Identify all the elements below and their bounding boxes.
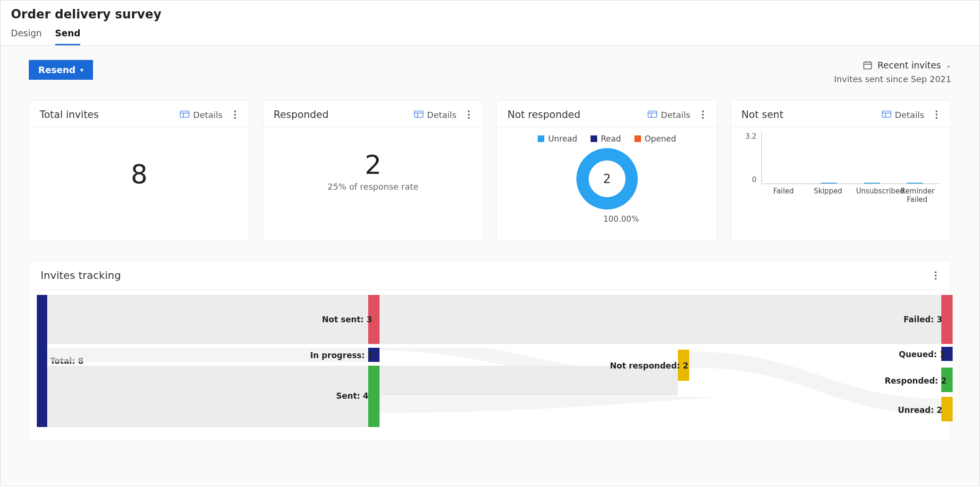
details-button[interactable]: Details bbox=[414, 110, 456, 120]
node-label-in-progress: In progress: 1 bbox=[310, 351, 364, 360]
x-label: Unsubscribed bbox=[856, 187, 889, 204]
card-header: Not responded Details bbox=[497, 101, 717, 127]
details-label: Details bbox=[895, 110, 924, 120]
bar-skipped bbox=[815, 183, 843, 184]
node-label-not-sent: Not sent: 3 bbox=[322, 315, 364, 324]
legend-label: Read bbox=[601, 134, 621, 143]
swatch-icon bbox=[591, 135, 597, 142]
card-actions: Details bbox=[180, 110, 238, 120]
card-title: Not sent bbox=[742, 109, 784, 120]
recent-invites-label: Recent invites bbox=[878, 60, 941, 70]
flow bbox=[47, 295, 368, 344]
details-button[interactable]: Details bbox=[180, 110, 222, 120]
swatch-icon bbox=[538, 135, 544, 142]
svg-rect-7 bbox=[414, 111, 422, 117]
svg-rect-4 bbox=[180, 111, 189, 117]
card-header: Invites tracking bbox=[29, 261, 951, 290]
details-icon bbox=[648, 110, 657, 120]
tab-design[interactable]: Design bbox=[11, 24, 42, 45]
card-header: Not sent Details bbox=[731, 101, 951, 127]
card-invites-tracking: Invites tracking Total: 8 Not sent: 3 bbox=[29, 260, 951, 442]
more-icon[interactable] bbox=[231, 110, 239, 119]
calendar-icon bbox=[862, 60, 873, 70]
node-bar bbox=[368, 366, 380, 427]
card-body: 8 bbox=[29, 127, 249, 241]
flow bbox=[380, 295, 941, 344]
node-label-unread: Unread: 2 bbox=[898, 405, 938, 415]
sankey-chart: Total: 8 Not sent: 3 In progress: 1 Sent bbox=[29, 290, 951, 441]
y-tick: 0 bbox=[752, 176, 757, 184]
node-bar bbox=[37, 295, 47, 427]
card-body: 2 25% of response rate bbox=[263, 127, 483, 241]
legend-item-unread[interactable]: Unread bbox=[538, 134, 577, 143]
header: Order delivery survey Design Send bbox=[0, 0, 980, 46]
chevron-down-icon: ▾ bbox=[80, 66, 84, 74]
details-button[interactable]: Details bbox=[648, 110, 690, 120]
cards-row: Total invites Details 8 Responde bbox=[29, 100, 951, 242]
node-label-sent: Sent: 4 bbox=[336, 391, 364, 401]
tabs: Design Send bbox=[11, 24, 969, 45]
donut-ring: 2 bbox=[576, 148, 638, 209]
svg-rect-13 bbox=[882, 111, 890, 117]
card-actions: Details bbox=[414, 110, 473, 120]
donut-center-value: 2 bbox=[576, 148, 638, 209]
tab-send[interactable]: Send bbox=[55, 24, 81, 45]
recent-invites-dropdown[interactable]: Recent invites ⌄ bbox=[834, 60, 951, 70]
details-button[interactable]: Details bbox=[882, 110, 924, 120]
card-actions: Details bbox=[882, 110, 940, 120]
bar-chart-plot: 3.2 0 bbox=[743, 132, 940, 184]
responded-value: 2 bbox=[263, 149, 483, 180]
node-label-not-responded: Not responded: 2 bbox=[610, 361, 676, 370]
details-icon bbox=[882, 110, 891, 120]
responded-subtext: 25% of response rate bbox=[263, 182, 483, 192]
flow bbox=[47, 366, 368, 427]
bars bbox=[761, 132, 940, 184]
x-label: Skipped bbox=[811, 187, 845, 204]
node-label-responded: Responded: 2 bbox=[885, 376, 938, 385]
card-header: Responded Details bbox=[263, 101, 483, 127]
card-not-responded: Not responded Details Unread Read Opened bbox=[497, 100, 718, 242]
donut-chart: 2 100.00% bbox=[497, 148, 717, 224]
toolbar-row: Resend ▾ Recent invites ⌄ Invites sent s… bbox=[29, 60, 951, 84]
legend-item-opened[interactable]: Opened bbox=[634, 134, 676, 143]
x-axis: Failed Skipped Unsubscribed Reminder Fai… bbox=[761, 187, 940, 204]
node-bar bbox=[941, 295, 953, 344]
bar-reminder-failed bbox=[901, 183, 929, 184]
card-title: Total invites bbox=[40, 109, 99, 120]
swatch-icon bbox=[634, 135, 641, 142]
legend-item-read[interactable]: Read bbox=[591, 134, 621, 143]
x-label: Failed bbox=[767, 187, 800, 204]
y-tick: 3.2 bbox=[745, 132, 757, 141]
node-label-failed: Failed: 3 bbox=[904, 315, 938, 324]
total-invites-value: 8 bbox=[29, 159, 249, 189]
details-label: Details bbox=[661, 110, 690, 120]
svg-rect-0 bbox=[863, 62, 871, 69]
card-title: Not responded bbox=[507, 109, 581, 120]
card-responded: Responded Details 2 25% of response rate bbox=[263, 100, 484, 242]
chevron-down-icon: ⌄ bbox=[946, 61, 951, 69]
toolbar-right: Recent invites ⌄ Invites sent since Sep … bbox=[834, 60, 951, 84]
more-icon[interactable] bbox=[465, 110, 473, 119]
card-title: Responded bbox=[274, 109, 329, 120]
node-label-queued: Queued: 1 bbox=[899, 350, 938, 359]
page-title: Order delivery survey bbox=[11, 7, 969, 21]
svg-rect-10 bbox=[648, 111, 657, 117]
card-body: 3.2 0 Failed Skip bbox=[731, 127, 951, 241]
legend-label: Opened bbox=[645, 134, 676, 143]
details-label: Details bbox=[193, 110, 222, 120]
details-icon bbox=[414, 110, 423, 120]
more-icon[interactable] bbox=[699, 110, 707, 119]
bar-unsubscribed bbox=[858, 183, 886, 184]
resend-label: Resend bbox=[38, 65, 76, 75]
details-icon bbox=[180, 110, 189, 120]
more-icon[interactable] bbox=[932, 271, 939, 280]
donut-legend: Unread Read Opened bbox=[497, 134, 717, 143]
donut-caption: 100.00% bbox=[603, 214, 639, 224]
card-body: Unread Read Opened 2 100.00% bbox=[497, 127, 717, 241]
x-label: Reminder Failed bbox=[901, 187, 934, 204]
card-title: Invites tracking bbox=[41, 269, 121, 281]
y-axis: 3.2 0 bbox=[743, 132, 757, 184]
resend-button[interactable]: Resend ▾ bbox=[29, 60, 93, 80]
more-icon[interactable] bbox=[933, 110, 940, 119]
bar-chart: 3.2 0 Failed Skip bbox=[731, 127, 951, 204]
